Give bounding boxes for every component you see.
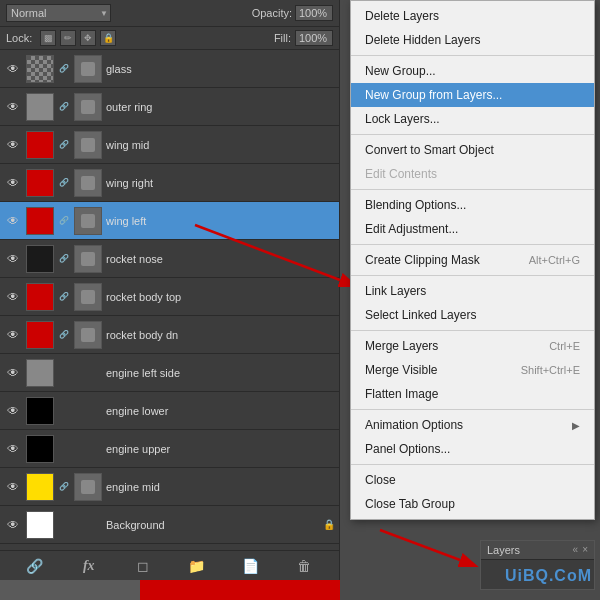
layer-chain-icon: 🔗 [58, 478, 70, 496]
layer-row[interactable]: 👁🔗rocket body top [0, 278, 339, 316]
layer-name-label: Background [106, 519, 319, 531]
menu-item-create-clipping[interactable]: Create Clipping MaskAlt+Ctrl+G [351, 248, 594, 272]
layer-row[interactable]: 👁🔗wing mid [0, 126, 339, 164]
layer-mask-thumbnail [74, 473, 102, 501]
layer-row[interactable]: 👁🔗rocket nose [0, 240, 339, 278]
layer-chain-icon: 🔗 [58, 250, 70, 268]
menu-item-close[interactable]: Close [351, 468, 594, 492]
layer-visibility-toggle[interactable]: 👁 [4, 364, 22, 382]
layer-visibility-toggle[interactable]: 👁 [4, 250, 22, 268]
fill-value[interactable]: 100% [295, 30, 333, 46]
layer-lock-badge: 🔒 [323, 519, 335, 530]
delete-layer-btn[interactable]: 🗑 [293, 555, 315, 577]
opacity-value[interactable]: 100% [295, 5, 333, 21]
menu-item-delete-layers[interactable]: Delete Layers [351, 4, 594, 28]
layer-mask-thumbnail [74, 207, 102, 235]
layer-visibility-toggle[interactable]: 👁 [4, 60, 22, 78]
menu-item-edit-contents: Edit Contents [351, 162, 594, 186]
layer-visibility-toggle[interactable]: 👁 [4, 440, 22, 458]
layer-chain-icon: 🔗 [58, 98, 70, 116]
menu-item-label: Close [365, 473, 396, 487]
layer-thumbnail [26, 511, 54, 539]
context-menu: Delete LayersDelete Hidden LayersNew Gro… [350, 0, 595, 520]
layer-row[interactable]: 👁🔗glass [0, 50, 339, 88]
layer-row[interactable]: 👁engine lower [0, 392, 339, 430]
layer-chain-icon: 🔗 [58, 60, 70, 78]
layer-row[interactable]: 👁🔗wing right [0, 164, 339, 202]
layer-thumbnail [26, 397, 54, 425]
layer-visibility-toggle[interactable]: 👁 [4, 212, 22, 230]
layer-name-label: wing right [106, 177, 335, 189]
menu-item-select-linked[interactable]: Select Linked Layers [351, 303, 594, 327]
blend-mode-display[interactable]: Normal [6, 4, 111, 22]
mini-close-icon[interactable]: × [582, 544, 588, 556]
link-layers-btn[interactable]: 🔗 [24, 555, 46, 577]
menu-item-label: New Group... [365, 64, 436, 78]
menu-item-label: Delete Layers [365, 9, 439, 23]
layer-mask-thumbnail [74, 55, 102, 83]
menu-item-link-layers[interactable]: Link Layers [351, 279, 594, 303]
layer-row[interactable]: 👁🔗rocket body dn [0, 316, 339, 354]
layer-visibility-toggle[interactable]: 👁 [4, 174, 22, 192]
layer-visibility-toggle[interactable]: 👁 [4, 136, 22, 154]
add-mask-btn[interactable]: ◻ [132, 555, 154, 577]
layer-mask-thumbnail [74, 131, 102, 159]
layer-thumbnail [26, 55, 54, 83]
blend-mode-wrapper: Normal ▼ [6, 4, 111, 22]
menu-item-merge-visible[interactable]: Merge VisibleShift+Ctrl+E [351, 358, 594, 382]
layer-name-label: engine lower [106, 405, 335, 417]
layer-thumbnail [26, 93, 54, 121]
lock-transparent-btn[interactable]: ▩ [40, 30, 56, 46]
panel-footer: 🔗 fx ◻ 📁 📄 🗑 [0, 550, 339, 580]
layer-row[interactable]: 👁engine upper [0, 430, 339, 468]
menu-separator [351, 464, 594, 465]
layer-name-label: rocket nose [106, 253, 335, 265]
lock-image-btn[interactable]: ✏ [60, 30, 76, 46]
menu-item-label: Edit Contents [365, 167, 437, 181]
lock-all-btn[interactable]: 🔒 [100, 30, 116, 46]
mini-expand-icon[interactable]: « [573, 544, 579, 556]
lock-position-btn[interactable]: ✥ [80, 30, 96, 46]
layer-thumbnail [26, 207, 54, 235]
menu-item-delete-hidden[interactable]: Delete Hidden Layers [351, 28, 594, 52]
layer-thumbnail [26, 473, 54, 501]
new-group-btn[interactable]: 📁 [185, 555, 207, 577]
layer-row[interactable]: 👁Background🔒 [0, 506, 339, 544]
layer-visibility-toggle[interactable]: 👁 [4, 288, 22, 306]
layer-row[interactable]: 👁🔗engine mid [0, 468, 339, 506]
menu-item-new-group[interactable]: New Group... [351, 59, 594, 83]
menu-item-label: Merge Visible [365, 363, 437, 377]
layer-chain-icon: 🔗 [58, 212, 70, 230]
menu-separator [351, 244, 594, 245]
menu-item-flatten[interactable]: Flatten Image [351, 382, 594, 406]
menu-item-blending-options[interactable]: Blending Options... [351, 193, 594, 217]
menu-item-merge-layers[interactable]: Merge LayersCtrl+E [351, 334, 594, 358]
fx-btn[interactable]: fx [78, 555, 100, 577]
layer-visibility-toggle[interactable]: 👁 [4, 98, 22, 116]
layer-mask-thumbnail [74, 245, 102, 273]
layer-chain-icon [58, 402, 70, 420]
layer-row[interactable]: 👁🔗outer ring [0, 88, 339, 126]
layer-visibility-toggle[interactable]: 👁 [4, 478, 22, 496]
menu-item-label: Merge Layers [365, 339, 438, 353]
mini-panel-header: Layers « × [481, 541, 594, 560]
menu-item-lock-layers[interactable]: Lock Layers... [351, 107, 594, 131]
menu-item-shortcut: Ctrl+E [549, 340, 580, 352]
layer-visibility-toggle[interactable]: 👁 [4, 402, 22, 420]
menu-item-edit-adjustment[interactable]: Edit Adjustment... [351, 217, 594, 241]
menu-item-label: Panel Options... [365, 442, 450, 456]
menu-item-shortcut: Shift+Ctrl+E [521, 364, 580, 376]
opacity-section: Opacity: 100% [252, 5, 333, 21]
menu-item-new-group-from-layers[interactable]: New Group from Layers... [351, 83, 594, 107]
layer-visibility-toggle[interactable]: 👁 [4, 516, 22, 534]
layer-row[interactable]: 👁engine left side [0, 354, 339, 392]
menu-item-animation-options[interactable]: Animation Options▶ [351, 413, 594, 437]
layer-visibility-toggle[interactable]: 👁 [4, 326, 22, 344]
layer-name-label: glass [106, 63, 335, 75]
new-layer-btn[interactable]: 📄 [239, 555, 261, 577]
menu-item-convert-smart[interactable]: Convert to Smart Object [351, 138, 594, 162]
menu-item-close-tab-group[interactable]: Close Tab Group [351, 492, 594, 516]
layer-row[interactable]: 👁🔗wing left [0, 202, 339, 240]
menu-item-panel-options[interactable]: Panel Options... [351, 437, 594, 461]
menu-item-label: Edit Adjustment... [365, 222, 458, 236]
